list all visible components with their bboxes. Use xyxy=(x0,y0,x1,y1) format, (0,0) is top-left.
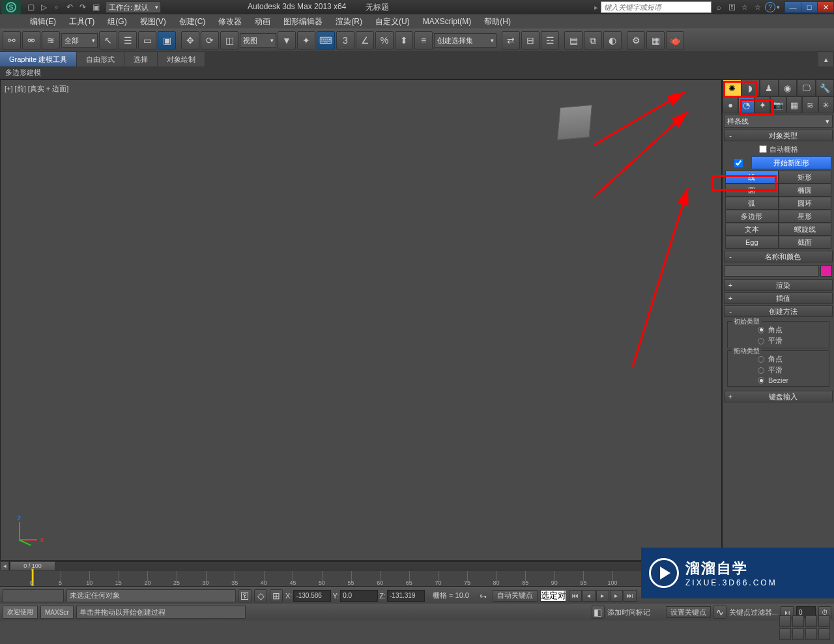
menu-grapheditors[interactable]: 图形编辑器 xyxy=(277,14,329,29)
new-icon[interactable]: ▢ xyxy=(25,1,36,13)
keyboard-shortcut-icon[interactable]: ⌨ xyxy=(317,31,335,49)
hierarchy-tab-icon[interactable]: ♟ xyxy=(760,79,779,96)
menu-group[interactable]: 组(G) xyxy=(101,14,133,29)
select-icon[interactable]: ↖ xyxy=(99,31,117,49)
ts-left-icon[interactable]: ◂ xyxy=(0,561,9,570)
angle-snap-icon[interactable]: ∠ xyxy=(356,31,374,49)
lights-icon[interactable]: ✦ xyxy=(755,96,770,113)
link-icon[interactable]: ⚯ xyxy=(3,31,21,49)
lock-icon[interactable]: ⚿ xyxy=(238,589,252,602)
render-frame-icon[interactable]: ▦ xyxy=(646,31,665,49)
bind-spacewarp-icon[interactable]: ≋ xyxy=(42,31,60,49)
prev-frame-icon[interactable]: ◂ xyxy=(582,590,596,602)
obj-line-button[interactable]: 线 xyxy=(725,171,779,184)
motion-tab-icon[interactable]: ◉ xyxy=(779,79,798,96)
menu-create[interactable]: 创建(C) xyxy=(173,14,212,29)
newshape-button[interactable]: 开始新图形 xyxy=(751,156,831,169)
obj-ngon-button[interactable]: 多边形 xyxy=(725,210,779,223)
select-name-icon[interactable]: ☰ xyxy=(119,31,137,49)
rollout-namecolor[interactable]: -名称和颜色 xyxy=(724,251,833,262)
pan-icon[interactable] xyxy=(792,628,804,640)
rollout-interp[interactable]: +插值 xyxy=(724,292,833,304)
play-icon[interactable]: ▸ xyxy=(596,590,609,602)
autogrid-checkbox[interactable] xyxy=(759,145,767,153)
ribbon-tab-select[interactable]: 选择 xyxy=(124,52,158,66)
schematic-icon[interactable]: ⧉ xyxy=(584,31,602,49)
window-crossing-icon[interactable]: ▣ xyxy=(158,31,176,49)
align-icon[interactable]: ⊟ xyxy=(521,31,539,49)
menu-maxscript[interactable]: MAXScript(M) xyxy=(416,14,478,29)
app-menu-button[interactable]: S xyxy=(1,0,21,14)
key-icon2[interactable]: 🗝 xyxy=(477,589,490,602)
redo-icon[interactable]: ↷ xyxy=(77,1,89,13)
named-selset-dropdown[interactable]: 创建选择集 xyxy=(434,33,496,48)
render-setup-icon[interactable]: ⚙ xyxy=(627,31,645,49)
rotate-icon[interactable]: ⟳ xyxy=(201,31,219,49)
rollout-render[interactable]: +渲染 xyxy=(724,279,833,291)
menu-help[interactable]: 帮助(H) xyxy=(478,14,517,29)
menu-views[interactable]: 视图(V) xyxy=(134,14,173,29)
isolate-icon[interactable]: ◇ xyxy=(254,589,267,602)
viewport[interactable]: [+] [前] [真实 + 边面] xyxy=(0,79,722,561)
menu-tools[interactable]: 工具(T) xyxy=(63,14,101,29)
edit-selset-icon[interactable]: ≡ xyxy=(414,31,433,49)
goto-end-icon[interactable]: ⏭ xyxy=(624,590,637,602)
mirror-icon[interactable]: ⇄ xyxy=(502,31,520,49)
rect-region-icon[interactable]: ▭ xyxy=(138,31,156,49)
tag-icon[interactable]: ◧ xyxy=(592,606,605,619)
workspace-dropdown[interactable]: 工作台: 默认 xyxy=(106,1,161,13)
star1-icon[interactable]: ☆ xyxy=(739,1,751,13)
undo-icon[interactable]: ↶ xyxy=(64,1,76,13)
cameras-icon[interactable]: 📷 xyxy=(770,96,786,113)
keyset-input[interactable] xyxy=(540,590,566,602)
script-listener[interactable] xyxy=(3,589,64,602)
ribbon-tab-graphite[interactable]: Graphite 建模工具 xyxy=(0,52,77,66)
viewport-label[interactable]: [+] [前] [真实 + 边面] xyxy=(5,84,68,94)
minimize-button[interactable]: — xyxy=(784,1,801,13)
curve-editor-icon[interactable]: ▤ xyxy=(564,31,582,49)
open-icon[interactable]: ▷ xyxy=(38,1,50,13)
orbit-icon[interactable] xyxy=(805,628,817,640)
setkey-button[interactable]: 设置关键点 xyxy=(666,606,711,618)
menu-edit[interactable]: 编辑(E) xyxy=(23,14,63,29)
coord-y-input[interactable]: 0.0 xyxy=(340,590,378,602)
spinner-snap-icon[interactable]: ⬍ xyxy=(395,31,413,49)
drag-smooth-radio[interactable]: 平滑 xyxy=(729,365,827,376)
object-name-input[interactable] xyxy=(725,265,819,277)
systems-icon[interactable]: ✳ xyxy=(818,96,834,113)
newshape-checkbox[interactable] xyxy=(734,159,743,167)
close-button[interactable]: ✕ xyxy=(817,1,834,13)
ribbon-sub[interactable]: 多边形建模 xyxy=(0,66,834,79)
keyfilter-label[interactable]: 关键点过滤器... xyxy=(729,608,778,617)
ribbon-tab-freeform[interactable]: 自由形式 xyxy=(77,52,124,66)
layer-icon[interactable]: ☲ xyxy=(541,31,559,49)
helpers-icon[interactable]: ▦ xyxy=(786,96,802,113)
ribbon-collapse-icon[interactable]: ▴ xyxy=(818,52,834,66)
menu-customize[interactable]: 自定义(U) xyxy=(369,14,416,29)
create-tab-icon[interactable]: ✺ xyxy=(723,79,741,96)
binoculars-icon[interactable]: ⌕ xyxy=(713,1,725,13)
rollout-keyboard[interactable]: +键盘输入 xyxy=(724,391,833,402)
obj-text-button[interactable]: 文本 xyxy=(725,223,779,236)
obj-star-button[interactable]: 星形 xyxy=(779,210,832,223)
category-dropdown[interactable]: 样条线▾ xyxy=(724,115,833,128)
obj-helix-button[interactable]: 螺旋线 xyxy=(779,223,832,236)
zoom-ext-icon[interactable] xyxy=(805,615,817,627)
maximize-button[interactable]: □ xyxy=(801,1,818,13)
scale-icon[interactable]: ◫ xyxy=(220,31,238,49)
help-icon[interactable]: ? xyxy=(765,2,775,12)
coord-z-input[interactable]: -131.319 xyxy=(387,590,425,602)
spacewarps-icon[interactable]: ≋ xyxy=(802,96,818,113)
menu-modifiers[interactable]: 修改器 xyxy=(212,14,248,29)
fov-icon[interactable] xyxy=(779,628,791,640)
zoom-ext-all-icon[interactable] xyxy=(818,615,830,627)
menu-animation[interactable]: 动画 xyxy=(248,14,277,29)
obj-rectangle-button[interactable]: 矩形 xyxy=(779,171,832,184)
project-icon[interactable]: ▣ xyxy=(90,1,102,13)
ribbon-tab-paint[interactable]: 对象绘制 xyxy=(158,52,205,66)
move-icon[interactable]: ✥ xyxy=(181,31,199,49)
object-color-swatch[interactable] xyxy=(820,265,832,277)
xyz-icon[interactable]: ⊞ xyxy=(270,589,283,602)
pivot-icon[interactable]: ▼ xyxy=(278,31,296,49)
maximize-vp-icon[interactable] xyxy=(818,628,830,640)
